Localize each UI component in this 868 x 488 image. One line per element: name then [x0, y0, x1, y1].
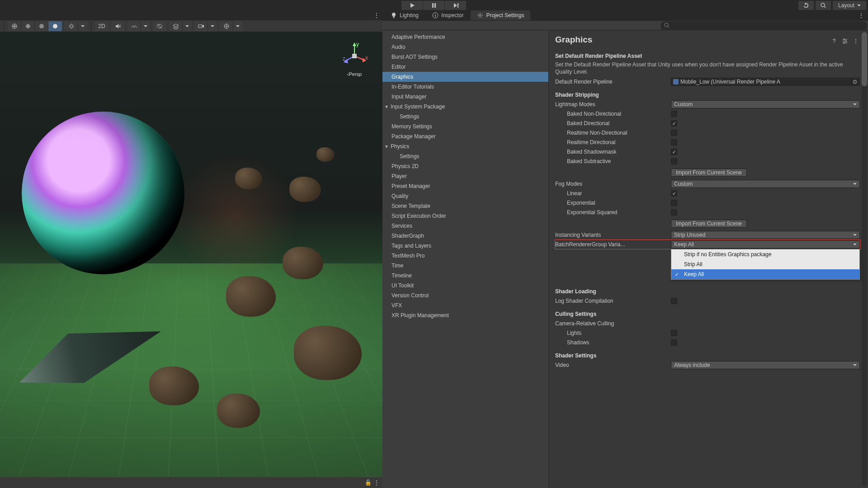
- fx-toggle[interactable]: [127, 21, 141, 31]
- tree-item[interactable]: XR Plugin Management: [382, 310, 548, 320]
- scene-viewport[interactable]: y x z ‹Persp: [0, 32, 382, 477]
- dropdown-value: Strip Unused: [674, 232, 705, 238]
- field-label: Baked Shadowmask: [555, 149, 671, 155]
- tree-item[interactable]: TextMesh Pro: [382, 251, 548, 261]
- tree-item[interactable]: Memory Settings: [382, 122, 548, 131]
- dropdown-option[interactable]: ✓Keep All: [671, 269, 859, 279]
- kebab-icon[interactable]: ⋮: [852, 37, 860, 45]
- audio-toggle[interactable]: [111, 21, 125, 31]
- fog-linear-checkbox[interactable]: [671, 190, 677, 197]
- brg-variants-dropdown[interactable]: Keep All: [671, 240, 860, 249]
- kebab-icon[interactable]: ⋮: [373, 12, 380, 19]
- tree-item[interactable]: Services: [382, 221, 548, 231]
- layout-dropdown[interactable]: Layout: [833, 1, 866, 10]
- tree-item[interactable]: Player: [382, 171, 548, 181]
- baked-subtractive-checkbox[interactable]: [671, 158, 677, 164]
- tree-item[interactable]: Input Manager: [382, 92, 548, 102]
- baked-shadowmask-checkbox[interactable]: [671, 149, 677, 155]
- instancing-variants-dropdown[interactable]: Strip Unused: [671, 231, 860, 239]
- tree-item[interactable]: Timeline: [382, 271, 548, 281]
- shading-shaded-wire-button[interactable]: [21, 21, 35, 31]
- step-button[interactable]: [445, 1, 467, 10]
- default-render-pipeline-field[interactable]: Mobile_Low (Universal Render Pipeline A …: [671, 78, 860, 86]
- svg-point-4: [53, 24, 57, 28]
- shading-shaded-button[interactable]: [48, 21, 62, 31]
- dropdown-option[interactable]: Strip if no Entities Graphics package: [671, 249, 859, 259]
- baked-directional-checkbox[interactable]: [671, 120, 677, 127]
- tab-inspector[interactable]: Inspector: [426, 10, 470, 20]
- settings-search-input[interactable]: [660, 21, 868, 30]
- tree-item[interactable]: UI Toolkit: [382, 281, 548, 291]
- tree-item[interactable]: Settings: [382, 112, 548, 122]
- tree-item[interactable]: ▾Input System Package: [382, 102, 548, 112]
- log-shader-checkbox[interactable]: [671, 298, 677, 304]
- top-right-tools: Layout: [798, 1, 866, 10]
- tree-item[interactable]: Editor: [382, 62, 548, 72]
- gizmos-button[interactable]: [220, 21, 233, 31]
- field-label: Realtime Directional: [555, 139, 671, 145]
- kebab-icon[interactable]: ⋮: [373, 479, 380, 486]
- field-label: BatchRendererGroup Varia...: [555, 241, 671, 248]
- layers-toggle[interactable]: [169, 21, 183, 31]
- tree-item[interactable]: In-Editor Tutorials: [382, 82, 548, 92]
- lightmap-modes-dropdown[interactable]: Custom: [671, 100, 860, 108]
- tree-item[interactable]: Physics 2D: [382, 161, 548, 171]
- fx-dropdown[interactable]: [141, 21, 150, 31]
- camera-dropdown[interactable]: [208, 21, 217, 31]
- scrollbar-track[interactable]: [862, 32, 867, 486]
- realtime-directional-checkbox[interactable]: [671, 139, 677, 145]
- tree-item[interactable]: ▾Physics: [382, 141, 548, 151]
- fog-modes-dropdown[interactable]: Custom: [671, 180, 860, 188]
- field-label: Realtime Non-Directional: [555, 130, 671, 136]
- tree-item[interactable]: Time: [382, 261, 548, 271]
- tree-item-graphics[interactable]: Graphics: [382, 72, 548, 82]
- gizmos-dropdown[interactable]: [233, 21, 242, 31]
- object-picker-icon[interactable]: ⊙: [851, 79, 858, 85]
- preset-icon[interactable]: [841, 37, 849, 45]
- tab-lighting[interactable]: Lighting: [384, 10, 425, 20]
- dropdown-option[interactable]: Strip All: [671, 259, 859, 269]
- tree-item[interactable]: Version Control: [382, 291, 548, 300]
- camera-button[interactable]: [194, 21, 208, 31]
- tree-item[interactable]: Scene Template: [382, 201, 548, 211]
- culling-shadows-checkbox[interactable]: [671, 339, 677, 346]
- play-button[interactable]: [401, 1, 423, 10]
- fog-exponential-squared-checkbox[interactable]: [671, 209, 677, 216]
- tree-item[interactable]: ShaderGraph: [382, 231, 548, 241]
- orientation-gizmo[interactable]: y x z ‹Persp: [338, 38, 371, 80]
- layers-dropdown[interactable]: [183, 21, 192, 31]
- global-search-button[interactable]: [816, 1, 831, 10]
- tree-item[interactable]: VFX: [382, 300, 548, 310]
- lightbulb-icon: [391, 12, 397, 19]
- shading-unlit-button[interactable]: [35, 21, 48, 31]
- tree-item[interactable]: Settings: [382, 151, 548, 161]
- debug-draw-dropdown[interactable]: [78, 21, 87, 31]
- tree-item[interactable]: Script Execution Order: [382, 211, 548, 221]
- scrollbar-thumb[interactable]: [862, 32, 867, 86]
- fog-exponential-checkbox[interactable]: [671, 200, 677, 206]
- tree-item[interactable]: Burst AOT Settings: [382, 52, 548, 62]
- baked-nondirectional-checkbox[interactable]: [671, 111, 677, 117]
- pause-button[interactable]: [423, 1, 445, 10]
- lock-icon[interactable]: 🔓: [365, 479, 372, 486]
- 2d-label: 2D: [98, 23, 105, 29]
- import-from-scene-button[interactable]: Import From Current Scene: [671, 220, 747, 228]
- video-shader-dropdown[interactable]: Always include: [671, 361, 860, 369]
- help-icon[interactable]: ?: [830, 37, 838, 45]
- visibility-toggle[interactable]: [153, 21, 166, 31]
- tree-item[interactable]: Package Manager: [382, 131, 548, 141]
- tab-project-settings[interactable]: Project Settings: [471, 10, 530, 20]
- 2d-toggle[interactable]: 2D: [95, 21, 108, 31]
- kebab-icon[interactable]: ⋮: [858, 12, 864, 19]
- debug-draw-button[interactable]: [65, 21, 78, 31]
- import-from-scene-button[interactable]: Import From Current Scene: [671, 169, 747, 177]
- tree-item[interactable]: Audio: [382, 42, 548, 52]
- tree-item[interactable]: Preset Manager: [382, 181, 548, 191]
- shading-wireframe-button[interactable]: [8, 21, 21, 31]
- tree-item[interactable]: Quality: [382, 191, 548, 201]
- tree-item[interactable]: Adaptive Performance: [382, 32, 548, 42]
- undo-history-button[interactable]: [798, 1, 814, 10]
- realtime-nondirectional-checkbox[interactable]: [671, 130, 677, 136]
- culling-lights-checkbox[interactable]: [671, 330, 677, 336]
- tree-item[interactable]: Tags and Layers: [382, 241, 548, 251]
